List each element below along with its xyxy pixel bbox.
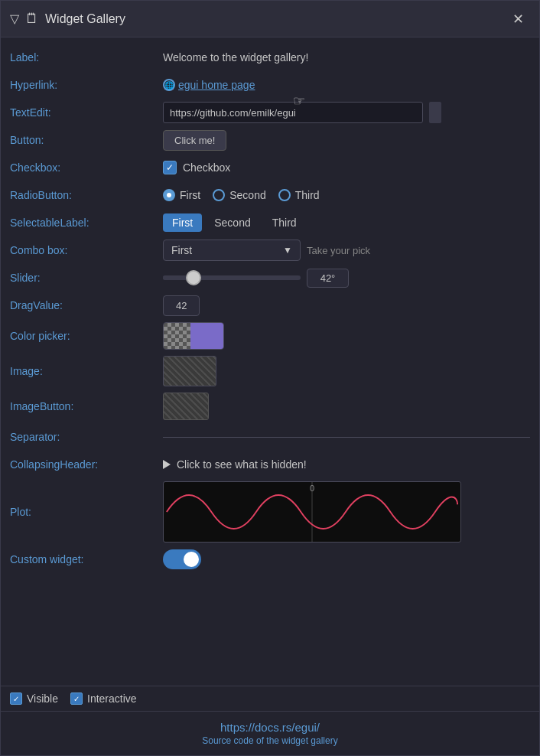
colorpicker-row: Color picker:	[10, 319, 530, 353]
hyperlink-icon: 🌐	[163, 79, 175, 91]
custom-widget-content	[163, 549, 530, 569]
radiobutton-content: First Second Third	[163, 189, 530, 201]
image-content	[163, 356, 530, 386]
checkbox-row: Checkbox: ✓ Checkbox	[10, 154, 530, 181]
drag-value[interactable]: 42	[163, 295, 200, 316]
window-title: Widget Gallery	[45, 12, 125, 26]
radio-group: First Second Third	[163, 189, 320, 201]
radio-second[interactable]: Second	[213, 189, 265, 201]
collapsing-text: Click to see what is hidden!	[177, 458, 307, 471]
checkbox-key: Checkbox:	[10, 161, 163, 174]
collapsing-header[interactable]: Click to see what is hidden!	[163, 458, 307, 471]
radio-circle-third	[278, 189, 291, 201]
bottom-bar: ✓ Visible ✓ Interactive	[1, 686, 539, 711]
click-me-button[interactable]: Click me!	[163, 130, 226, 151]
image-noise	[164, 357, 216, 386]
color-picker-swatch[interactable]	[163, 322, 224, 350]
radio-label-third: Third	[295, 189, 320, 201]
menu-icon[interactable]: ▽	[10, 11, 19, 26]
combo-box[interactable]: First ▼	[163, 240, 301, 261]
slider-container: 42°	[163, 269, 349, 288]
collapsing-header-key: CollapsingHeader:	[10, 458, 163, 471]
content-area: Label: Welcome to the widget gallery! Hy…	[1, 37, 539, 686]
selectable-second[interactable]: Second	[205, 213, 259, 232]
radio-label-second: Second	[229, 189, 265, 201]
selectable-label-row: SelectableLabel: First Second Third	[10, 209, 530, 236]
plot-row: Plot: 0	[10, 478, 530, 546]
hyperlink-row: Hyperlink: 🌐 egui home page ☞	[10, 71, 530, 99]
textedit-input[interactable]	[163, 102, 423, 123]
combo-hint: Take your pick	[307, 245, 370, 256]
hyperlink-content: 🌐 egui home page ☞	[163, 79, 530, 91]
selectable-first[interactable]: First	[163, 213, 202, 232]
toggle-switch[interactable]	[163, 549, 201, 569]
footer-link[interactable]: https://docs.rs/egui/	[10, 721, 530, 734]
checkbox-box: ✓	[163, 161, 177, 174]
footer: https://docs.rs/egui/ Source code of the…	[1, 711, 539, 755]
dragvalue-content: 42	[163, 295, 530, 316]
label-key: Label:	[10, 51, 163, 64]
plot-content: 0	[163, 481, 530, 543]
radio-label-first: First	[180, 189, 200, 201]
visible-checkbox[interactable]: ✓ Visible	[10, 692, 58, 705]
image-placeholder	[163, 356, 216, 386]
slider-track[interactable]	[163, 275, 301, 280]
color-solid	[190, 323, 223, 349]
interactive-checkbox[interactable]: ✓ Interactive	[70, 692, 137, 705]
custom-widget-row: Custom widget:	[10, 546, 530, 573]
separator-row: Separator:	[10, 423, 530, 451]
imagebutton-noise	[164, 393, 208, 419]
button-row: Button: Click me!	[10, 126, 530, 154]
selectable-group: First Second Third	[163, 213, 306, 232]
hyperlink-key: Hyperlink:	[10, 79, 163, 91]
toggle-thumb	[184, 552, 199, 567]
selectable-label-key: SelectableLabel:	[10, 217, 163, 229]
plot-key: Plot:	[10, 506, 163, 518]
color-checker-pattern	[164, 323, 190, 349]
dragvalue-row: DragValue: 42	[10, 292, 530, 319]
selectable-label-content: First Second Third	[163, 213, 530, 232]
collapse-triangle-icon	[163, 460, 171, 469]
hyperlink-link[interactable]: 🌐 egui home page	[163, 79, 255, 91]
separator-line	[163, 437, 530, 438]
combobox-content: First ▼ Take your pick	[163, 240, 530, 261]
colorpicker-key: Color picker:	[10, 330, 163, 342]
radiobutton-row: RadioButton: First Second Third	[10, 181, 530, 209]
close-button[interactable]: ✕	[506, 8, 530, 31]
title-bar-left: ▽ 🗒 Widget Gallery	[10, 11, 125, 27]
radio-circle-first	[163, 189, 175, 201]
button-content: Click me!	[163, 130, 530, 151]
radio-third[interactable]: Third	[278, 189, 320, 201]
combobox-key: Combo box:	[10, 244, 163, 256]
checkbox-wrapper[interactable]: ✓ Checkbox	[163, 161, 230, 174]
selectable-third[interactable]: Third	[263, 213, 306, 232]
dragvalue-key: DragValue:	[10, 299, 163, 311]
separator-content	[163, 434, 530, 441]
image-row: Image:	[10, 353, 530, 389]
title-bar: ▽ 🗒 Widget Gallery ✕	[1, 1, 539, 37]
visible-label: Visible	[27, 692, 58, 705]
plot-zero-label: 0	[310, 484, 314, 493]
radiobutton-key: RadioButton:	[10, 189, 163, 201]
slider-key: Slider:	[10, 272, 163, 284]
textedit-row: TextEdit:	[10, 99, 530, 126]
plot-container[interactable]: 0	[163, 481, 461, 543]
textedit-scrollbar[interactable]	[429, 102, 441, 123]
checkbox-content: ✓ Checkbox	[163, 161, 530, 174]
textedit-key: TextEdit:	[10, 106, 163, 119]
radio-first[interactable]: First	[163, 189, 200, 201]
interactive-label: Interactive	[87, 692, 137, 705]
window: ▽ 🗒 Widget Gallery ✕ Label: Welcome to t…	[0, 0, 540, 756]
image-button[interactable]	[163, 393, 209, 420]
slider-row: Slider: 42°	[10, 264, 530, 292]
colorpicker-content	[163, 322, 530, 350]
collapsing-header-content: Click to see what is hidden!	[163, 458, 530, 471]
label-row: Label: Welcome to the widget gallery!	[10, 44, 530, 71]
window-icon: 🗒	[25, 11, 39, 27]
imagebutton-row: ImageButton:	[10, 389, 530, 423]
separator-key: Separator:	[10, 431, 163, 443]
combo-box-value: First	[171, 244, 277, 256]
slider-thumb[interactable]	[186, 270, 201, 285]
combo-arrow-icon: ▼	[283, 245, 292, 256]
visible-checkbox-box: ✓	[10, 692, 22, 705]
